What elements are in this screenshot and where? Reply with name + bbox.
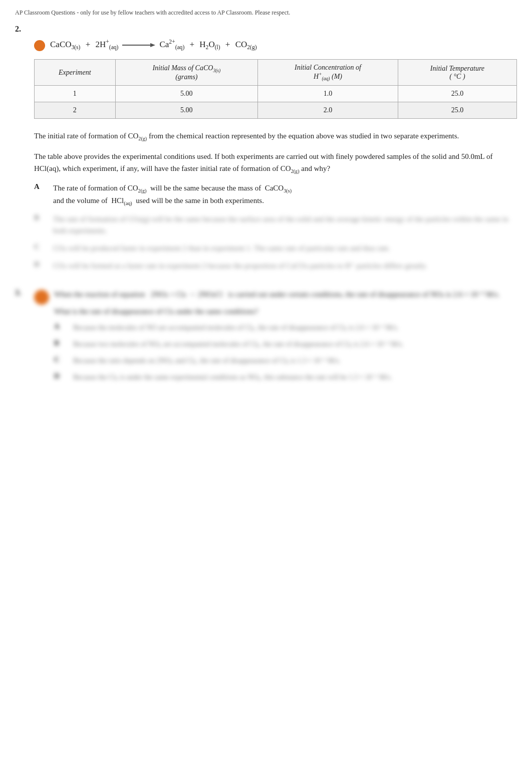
question-3-subtext: What is the rate of disappearance of Cl₂…: [54, 305, 517, 317]
exp-1-number: 1: [35, 86, 116, 102]
h-plus-term: 2H+(aq): [96, 39, 119, 51]
table-row: 1 5.00 1.0 25.0: [35, 86, 517, 102]
table-row: 2 5.00 2.0 25.0: [35, 102, 517, 119]
plus-sign-1: +: [83, 40, 92, 50]
exp-2-number: 2: [35, 102, 116, 119]
arrow: [121, 40, 156, 50]
chemical-equation: CaCO3(s) + 2H+(aq) Ca2+(aq) + H2O(l) + C…: [50, 39, 257, 51]
q3-letter-c: C: [54, 355, 73, 364]
table-header-row: Experiment Initial Mass of CaCO3(s)(gram…: [35, 60, 517, 86]
answer-letter-d: D: [34, 260, 53, 269]
answer-text-a: The rate of formation of CO2(g) will be …: [53, 182, 517, 208]
q3-option-d: D Because the Cl₂ is under the same expe…: [54, 372, 517, 382]
ca2-term: Ca2+(aq): [159, 39, 184, 51]
answer-text-d: CO₂ will be formed at a faster rate in e…: [53, 260, 517, 272]
experiment-table-container: Experiment Initial Mass of CaCO3(s)(gram…: [34, 59, 517, 119]
q3-text-b: Because two molecules of NO₂ are accompa…: [73, 339, 517, 349]
question-3-number: 3.: [15, 288, 34, 297]
answer-text-c: CO₂ will be produced faster in experimen…: [53, 243, 517, 254]
q3-letter-b: B: [54, 339, 73, 347]
experiment-table: Experiment Initial Mass of CaCO3(s)(gram…: [34, 59, 517, 119]
answer-option-a: A The rate of formation of CO2(g) will b…: [34, 182, 517, 208]
exp-1-concentration: 1.0: [258, 86, 398, 102]
q3-option-c: C Because the ratio depends on 2NO₂ and …: [54, 355, 517, 366]
answer-text-b: The rate of formation of CO₂(g) will be …: [53, 214, 517, 237]
plus-sign-2: +: [187, 40, 196, 50]
question-3-block: 3. When the reaction of equation 2NO₂ + …: [15, 288, 517, 388]
q3-letter-d: D: [54, 372, 73, 380]
q3-option-a: A Because the molecules of NO are accomp…: [54, 322, 517, 333]
co2-term: CO2(g): [235, 40, 257, 51]
paragraph-2: The table above provides the experimenta…: [34, 150, 517, 175]
col-header-concentration: Initial Concentration ofH+(aq) (M): [258, 60, 398, 86]
question-2-row: 2.: [15, 24, 517, 34]
answer-option-c: C CO₂ will be produced faster in experim…: [34, 243, 517, 254]
answer-option-b: B The rate of formation of CO₂(g) will b…: [34, 214, 517, 237]
exp-1-temperature: 25.0: [398, 86, 516, 102]
q3-text-a: Because the molecules of NO are accompan…: [73, 322, 517, 333]
question-3-dot: [34, 290, 49, 305]
plus-sign-3: +: [223, 40, 232, 50]
answer-letter-c: C: [34, 243, 53, 251]
exp-1-mass: 5.00: [115, 86, 258, 102]
exp-2-concentration: 2.0: [258, 102, 398, 119]
question-2-block: 2. CaCO3(s) + 2H+(aq) Ca2+(aq) + H2O(l) …: [15, 24, 517, 272]
col-header-mass: Initial Mass of CaCO3(s)(grams): [115, 60, 258, 86]
svg-marker-1: [150, 43, 155, 47]
question-2-number: 2.: [15, 24, 34, 34]
answer-letter-a: A: [34, 182, 53, 191]
exp-2-temperature: 25.0: [398, 102, 516, 119]
col-header-temperature: Initial Temperature( °C ): [398, 60, 516, 86]
question-3-text: When the reaction of equation 2NO₂ + Cl₂…: [54, 288, 517, 300]
header-notice: AP Classroom Questions - only for use by…: [15, 9, 517, 17]
q3-option-b: B Because two molecules of NO₂ are accom…: [54, 339, 517, 349]
answer-letter-b: B: [34, 214, 53, 222]
q3-text-d: Because the Cl₂ is under the same experi…: [73, 372, 517, 382]
h2o-term: H2O(l): [199, 40, 220, 51]
reaction-arrow-svg: [121, 42, 156, 49]
col-header-experiment: Experiment: [35, 60, 116, 86]
caco3-term: CaCO3(s): [50, 40, 80, 51]
q3-text-c: Because the ratio depends on 2NO₂ and Cl…: [73, 355, 517, 366]
question-2-dot: [34, 40, 45, 51]
q3-letter-a: A: [54, 322, 73, 331]
question-3-content: When the reaction of equation 2NO₂ + Cl₂…: [54, 288, 517, 388]
exp-2-mass: 5.00: [115, 102, 258, 119]
answer-option-d: D CO₂ will be formed at a faster rate in…: [34, 260, 517, 272]
paragraph-1: The initial rate of formation of CO2(g) …: [34, 130, 517, 143]
